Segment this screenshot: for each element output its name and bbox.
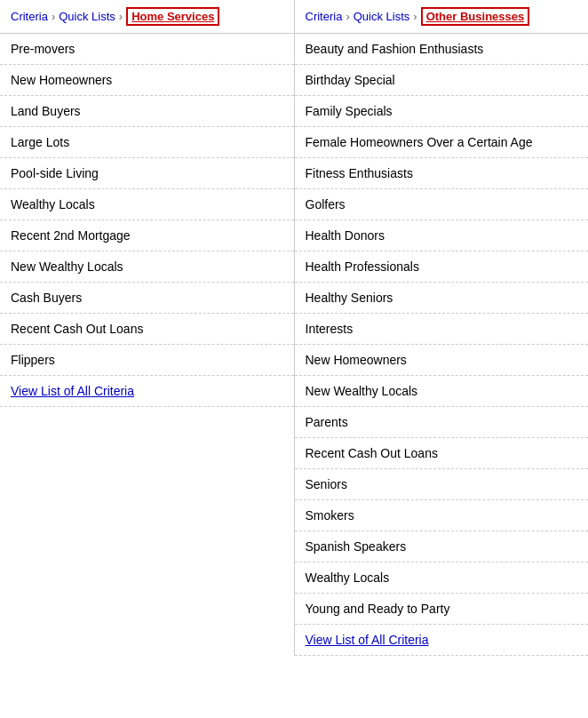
right-list-item[interactable]: Female Homeowners Over a Certain Age [295, 127, 589, 158]
right-list-item[interactable]: Wealthy Locals [295, 562, 589, 594]
left-list-item[interactable]: Large Lots [0, 127, 294, 158]
left-list-item[interactable]: Recent 2nd Mortgage [0, 220, 294, 251]
right-list: Beauty and Fashion EnthusiastsBirthday S… [295, 34, 589, 625]
right-list-item[interactable]: Health Professionals [295, 251, 589, 283]
left-list-item[interactable]: Land Buyers [0, 96, 294, 127]
right-column: Criteria › Quick Lists › Other Businesse… [295, 0, 589, 656]
right-list-item[interactable]: Interests [295, 314, 589, 345]
right-list-item[interactable]: Health Donors [295, 220, 589, 251]
right-separator-2: › [413, 10, 417, 23]
left-separator-2: › [119, 10, 123, 23]
right-quick-lists-link[interactable]: Quick Lists [354, 10, 410, 23]
left-list-item[interactable]: New Wealthy Locals [0, 251, 294, 283]
left-criteria-link[interactable]: Criteria [11, 10, 48, 23]
left-list-item[interactable]: New Homeowners [0, 65, 294, 96]
right-list-item[interactable]: Parents [295, 407, 589, 438]
right-list-item[interactable]: Golfers [295, 189, 589, 220]
right-list-item[interactable]: Family Specials [295, 96, 589, 127]
left-view-all-link[interactable]: View List of All Criteria [11, 384, 134, 398]
right-list-item[interactable]: Recent Cash Out Loans [295, 438, 589, 469]
right-list-item[interactable]: Birthday Special [295, 65, 589, 96]
left-list-item[interactable]: Pool-side Living [0, 158, 294, 189]
left-column: Criteria › Quick Lists › Home Services P… [0, 0, 295, 656]
right-criteria-link[interactable]: Criteria [306, 10, 343, 23]
left-list-item[interactable]: Pre-movers [0, 34, 294, 65]
right-list-item[interactable]: New Homeowners [295, 345, 589, 376]
left-list-item[interactable]: Cash Buyers [0, 283, 294, 314]
right-list-item[interactable]: New Wealthy Locals [295, 376, 589, 407]
right-current-section: Other Businesses [421, 7, 530, 26]
right-list-item[interactable]: Fitness Enthusiasts [295, 158, 589, 189]
right-separator-1: › [346, 10, 349, 23]
left-list-item[interactable]: Flippers [0, 345, 294, 376]
right-list-item[interactable]: Spanish Speakers [295, 531, 589, 562]
right-list-item[interactable]: Seniors [295, 469, 589, 500]
right-list-item[interactable]: Young and Ready to Party [295, 594, 589, 625]
right-view-all-link[interactable]: View List of All Criteria [306, 633, 429, 647]
right-list-item[interactable]: Beauty and Fashion Enthusiasts [295, 34, 589, 65]
right-list-item[interactable]: Smokers [295, 500, 589, 531]
left-view-all[interactable]: View List of All Criteria [0, 376, 294, 407]
left-list-item[interactable]: Wealthy Locals [0, 189, 294, 220]
left-separator-1: › [52, 10, 55, 23]
main-container: Criteria › Quick Lists › Home Services P… [0, 0, 588, 656]
left-list: Pre-moversNew HomeownersLand BuyersLarge… [0, 34, 294, 376]
left-quick-lists-link[interactable]: Quick Lists [59, 10, 115, 23]
left-breadcrumb: Criteria › Quick Lists › Home Services [0, 0, 294, 34]
left-list-item[interactable]: Recent Cash Out Loans [0, 314, 294, 345]
right-breadcrumb: Criteria › Quick Lists › Other Businesse… [295, 0, 589, 34]
left-current-section: Home Services [126, 7, 219, 26]
right-view-all[interactable]: View List of All Criteria [295, 625, 589, 656]
right-list-item[interactable]: Healthy Seniors [295, 283, 589, 314]
